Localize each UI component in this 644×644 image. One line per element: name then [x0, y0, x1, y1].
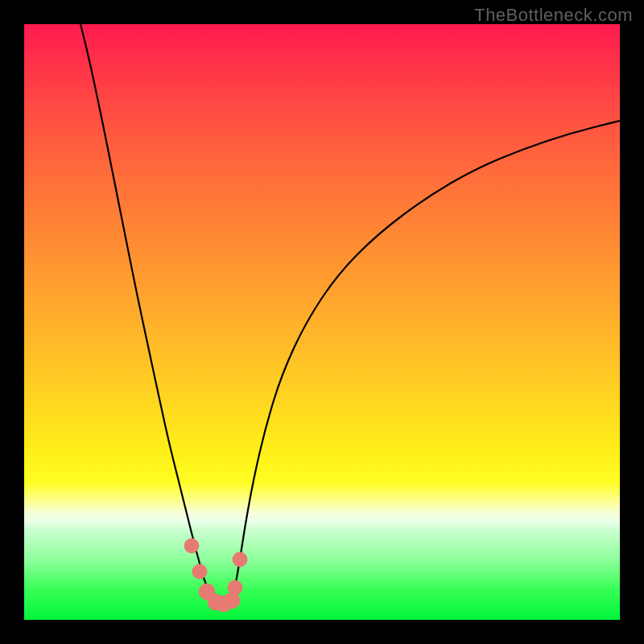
trough-marker [184, 539, 199, 553]
trough-marker [233, 552, 247, 567]
watermark-text: TheBottleneck.com [474, 5, 633, 26]
trough-marker [228, 580, 242, 595]
chart-frame: TheBottleneck.com [0, 0, 644, 644]
left-curve [80, 24, 229, 608]
chart-svg [24, 24, 620, 620]
trough-marker [192, 564, 207, 579]
right-curve [229, 121, 620, 608]
